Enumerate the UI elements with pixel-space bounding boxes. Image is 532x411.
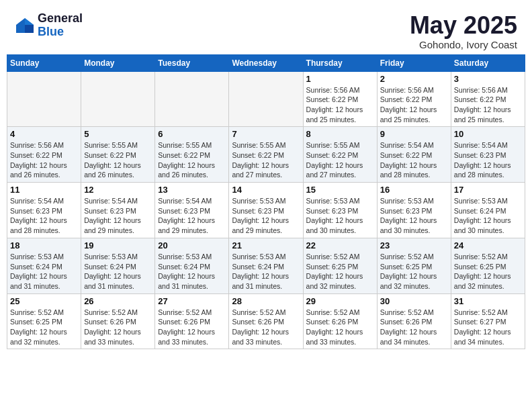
day-number: 2	[380, 74, 448, 84]
day-number: 13	[158, 185, 226, 195]
table-row: 15Sunrise: 5:53 AM Sunset: 6:23 PM Dayli…	[303, 183, 377, 238]
day-info: Sunrise: 5:54 AM Sunset: 6:22 PM Dayligh…	[380, 140, 448, 180]
day-number: 19	[84, 240, 152, 250]
table-row: 29Sunrise: 5:52 AM Sunset: 6:26 PM Dayli…	[303, 293, 377, 349]
logo: General Blue	[15, 12, 83, 39]
day-number: 17	[454, 185, 522, 195]
day-info: Sunrise: 5:54 AM Sunset: 6:23 PM Dayligh…	[158, 196, 226, 236]
day-number: 20	[158, 240, 226, 250]
table-row: 12Sunrise: 5:54 AM Sunset: 6:23 PM Dayli…	[81, 183, 155, 238]
page-header: General Blue May 2025 Gohondo, Ivory Coa…	[7, 7, 525, 54]
table-row: 9Sunrise: 5:54 AM Sunset: 6:22 PM Daylig…	[377, 127, 451, 183]
day-number: 14	[232, 185, 300, 195]
day-number: 24	[454, 240, 522, 250]
day-info: Sunrise: 5:56 AM Sunset: 6:22 PM Dayligh…	[454, 85, 522, 125]
day-number: 7	[232, 129, 300, 139]
day-number: 23	[380, 240, 448, 250]
day-info: Sunrise: 5:54 AM Sunset: 6:23 PM Dayligh…	[84, 196, 152, 236]
day-info: Sunrise: 5:52 AM Sunset: 6:26 PM Dayligh…	[232, 308, 300, 347]
day-info: Sunrise: 5:52 AM Sunset: 6:25 PM Dayligh…	[454, 252, 522, 291]
day-info: Sunrise: 5:55 AM Sunset: 6:22 PM Dayligh…	[84, 140, 152, 180]
table-row: 30Sunrise: 5:52 AM Sunset: 6:26 PM Dayli…	[377, 293, 451, 349]
day-info: Sunrise: 5:56 AM Sunset: 6:22 PM Dayligh…	[380, 85, 448, 125]
day-number: 22	[306, 240, 374, 250]
day-number: 10	[454, 129, 522, 139]
month-title: May 2025	[410, 12, 517, 39]
table-row: 5Sunrise: 5:55 AM Sunset: 6:22 PM Daylig…	[81, 127, 155, 183]
day-number: 18	[10, 240, 78, 250]
table-row: 25Sunrise: 5:52 AM Sunset: 6:25 PM Dayli…	[7, 293, 81, 349]
day-info: Sunrise: 5:55 AM Sunset: 6:22 PM Dayligh…	[158, 140, 226, 180]
day-info: Sunrise: 5:52 AM Sunset: 6:27 PM Dayligh…	[454, 308, 522, 347]
table-row: 2Sunrise: 5:56 AM Sunset: 6:22 PM Daylig…	[377, 71, 451, 127]
table-row: 14Sunrise: 5:53 AM Sunset: 6:23 PM Dayli…	[229, 183, 303, 238]
day-number: 5	[84, 129, 152, 139]
calendar-week-row: 25Sunrise: 5:52 AM Sunset: 6:25 PM Dayli…	[7, 293, 525, 349]
table-row: 31Sunrise: 5:52 AM Sunset: 6:27 PM Dayli…	[451, 293, 525, 349]
day-number: 15	[306, 185, 374, 195]
day-info: Sunrise: 5:56 AM Sunset: 6:22 PM Dayligh…	[10, 140, 78, 180]
table-row: 7Sunrise: 5:55 AM Sunset: 6:22 PM Daylig…	[229, 127, 303, 183]
weekday-header-row: SundayMondayTuesdayWednesdayThursdayFrid…	[7, 54, 525, 71]
day-number: 8	[306, 129, 374, 139]
day-info: Sunrise: 5:53 AM Sunset: 6:24 PM Dayligh…	[10, 252, 78, 291]
calendar-week-row: 18Sunrise: 5:53 AM Sunset: 6:24 PM Dayli…	[7, 238, 525, 293]
day-number: 11	[10, 185, 78, 195]
day-info: Sunrise: 5:54 AM Sunset: 6:23 PM Dayligh…	[10, 196, 78, 236]
logo-icon	[15, 15, 35, 36]
logo-general: General	[38, 12, 83, 26]
day-number: 27	[158, 296, 226, 306]
day-info: Sunrise: 5:52 AM Sunset: 6:25 PM Dayligh…	[10, 308, 78, 347]
table-row: 22Sunrise: 5:52 AM Sunset: 6:25 PM Dayli…	[303, 238, 377, 293]
table-row: 16Sunrise: 5:53 AM Sunset: 6:23 PM Dayli…	[377, 183, 451, 238]
day-info: Sunrise: 5:52 AM Sunset: 6:26 PM Dayligh…	[306, 308, 374, 347]
table-row	[7, 71, 81, 127]
table-row: 10Sunrise: 5:54 AM Sunset: 6:23 PM Dayli…	[451, 127, 525, 183]
day-number: 6	[158, 129, 226, 139]
table-row	[81, 71, 155, 127]
day-info: Sunrise: 5:54 AM Sunset: 6:23 PM Dayligh…	[454, 140, 522, 180]
table-row: 28Sunrise: 5:52 AM Sunset: 6:26 PM Dayli…	[229, 293, 303, 349]
day-info: Sunrise: 5:52 AM Sunset: 6:25 PM Dayligh…	[380, 252, 448, 291]
table-row	[229, 71, 303, 127]
weekday-header-tuesday: Tuesday	[155, 54, 229, 71]
logo-text: General Blue	[38, 12, 83, 39]
logo-blue: Blue	[38, 26, 83, 39]
table-row: 3Sunrise: 5:56 AM Sunset: 6:22 PM Daylig…	[451, 71, 525, 127]
table-row: 11Sunrise: 5:54 AM Sunset: 6:23 PM Dayli…	[7, 183, 81, 238]
table-row: 26Sunrise: 5:52 AM Sunset: 6:26 PM Dayli…	[81, 293, 155, 349]
table-row: 18Sunrise: 5:53 AM Sunset: 6:24 PM Dayli…	[7, 238, 81, 293]
day-info: Sunrise: 5:53 AM Sunset: 6:24 PM Dayligh…	[454, 196, 522, 236]
day-number: 31	[454, 296, 522, 306]
day-number: 16	[380, 185, 448, 195]
day-info: Sunrise: 5:56 AM Sunset: 6:22 PM Dayligh…	[306, 85, 374, 125]
table-row: 19Sunrise: 5:53 AM Sunset: 6:24 PM Dayli…	[81, 238, 155, 293]
svg-marker-3	[16, 25, 25, 33]
svg-marker-2	[25, 25, 34, 33]
day-info: Sunrise: 5:52 AM Sunset: 6:25 PM Dayligh…	[306, 252, 374, 291]
weekday-header-thursday: Thursday	[303, 54, 377, 71]
weekday-header-saturday: Saturday	[451, 54, 525, 71]
table-row: 21Sunrise: 5:53 AM Sunset: 6:24 PM Dayli…	[229, 238, 303, 293]
weekday-header-sunday: Sunday	[7, 54, 81, 71]
day-info: Sunrise: 5:55 AM Sunset: 6:22 PM Dayligh…	[306, 140, 374, 180]
table-row: 13Sunrise: 5:54 AM Sunset: 6:23 PM Dayli…	[155, 183, 229, 238]
table-row: 27Sunrise: 5:52 AM Sunset: 6:26 PM Dayli…	[155, 293, 229, 349]
day-number: 28	[232, 296, 300, 306]
table-row: 6Sunrise: 5:55 AM Sunset: 6:22 PM Daylig…	[155, 127, 229, 183]
day-number: 9	[380, 129, 448, 139]
day-info: Sunrise: 5:55 AM Sunset: 6:22 PM Dayligh…	[232, 140, 300, 180]
day-number: 3	[454, 74, 522, 84]
day-info: Sunrise: 5:53 AM Sunset: 6:24 PM Dayligh…	[84, 252, 152, 291]
day-info: Sunrise: 5:53 AM Sunset: 6:24 PM Dayligh…	[158, 252, 226, 291]
table-row: 1Sunrise: 5:56 AM Sunset: 6:22 PM Daylig…	[303, 71, 377, 127]
table-row: 23Sunrise: 5:52 AM Sunset: 6:25 PM Dayli…	[377, 238, 451, 293]
day-info: Sunrise: 5:53 AM Sunset: 6:24 PM Dayligh…	[232, 252, 300, 291]
day-number: 1	[306, 74, 374, 84]
day-info: Sunrise: 5:52 AM Sunset: 6:26 PM Dayligh…	[158, 308, 226, 347]
weekday-header-wednesday: Wednesday	[229, 54, 303, 71]
table-row: 20Sunrise: 5:53 AM Sunset: 6:24 PM Dayli…	[155, 238, 229, 293]
day-number: 21	[232, 240, 300, 250]
day-number: 25	[10, 296, 78, 306]
table-row: 17Sunrise: 5:53 AM Sunset: 6:24 PM Dayli…	[451, 183, 525, 238]
